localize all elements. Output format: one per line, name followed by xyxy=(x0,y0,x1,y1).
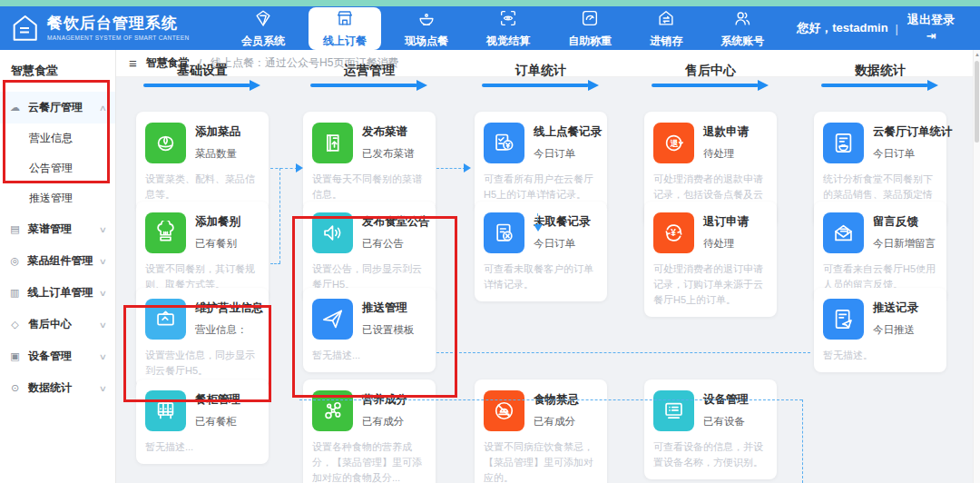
card-description: 设置每天不同餐别的菜谱信息。 xyxy=(312,172,426,202)
column-header-order-stats: 订单统计 xyxy=(475,63,607,79)
nav-item-vision-checkout[interactable]: 视觉结算 xyxy=(472,6,544,50)
nav-item-inventory[interactable]: 进销存 xyxy=(635,6,697,50)
sidebar-item-dish-components[interactable]: ◎菜品组件管理∨ xyxy=(0,245,115,277)
app-subtitle: MANAGEMENT SYSTEM OF SMART CANTEEN xyxy=(47,34,190,41)
card-unsubscribe-requests[interactable]: ¥退订申请待处理可处理消费者的退订申请记录，订购订单来源于云餐厅H5上的订单。 xyxy=(644,202,777,317)
card-title: 添加餐别 xyxy=(195,214,240,230)
logout-button[interactable]: 退出登录 ⇥ xyxy=(906,12,956,44)
card-publish-menu[interactable]: 发布菜谱已发布菜谱设置每天不同餐别的菜谱信息。 xyxy=(303,112,436,212)
card-title: 添加菜品 xyxy=(195,124,240,140)
sidebar-item-online-orders[interactable]: ▥线上订单管理∨ xyxy=(0,277,115,309)
column-header-data-statistics: 数据统计 xyxy=(814,63,946,79)
cloud-icon: ☁ xyxy=(9,102,21,113)
user-greeting: 您好，testadmin xyxy=(797,20,887,36)
svg-text:退: 退 xyxy=(670,139,679,148)
nav-item-member-system[interactable]: 会员系统 xyxy=(227,6,299,50)
card-stat: 今日订单 xyxy=(873,147,953,161)
card-stat: 营业信息： xyxy=(195,323,263,337)
card-stat: 今日订单 xyxy=(534,147,602,161)
paper-plane-icon xyxy=(312,299,353,340)
scrollbar-thumb[interactable] xyxy=(975,61,979,143)
sidebar-subitem-push[interactable]: 推送管理 xyxy=(0,183,115,213)
sidebar-item-label: 线上订单管理 xyxy=(27,285,93,301)
flower-icon xyxy=(145,123,186,163)
nav-item-online-ordering[interactable]: 线上订餐 xyxy=(309,7,381,50)
card-push-management[interactable]: 推送管理已设置模板暂无描述... xyxy=(303,288,436,372)
nav-item-label: 自助称重 xyxy=(568,34,612,49)
users-icon xyxy=(732,8,752,32)
card-stat: 已有餐别 xyxy=(195,237,240,251)
sidebar-item-cloud-restaurant[interactable]: ☁云餐厅管理∧ xyxy=(0,92,115,123)
scrollbar-up-arrow-icon[interactable]: ▲ xyxy=(974,50,980,59)
card-maintain-business-info[interactable]: 维护营业信息营业信息：设置营业信息，同步显示到云餐厅H5。 xyxy=(136,288,269,388)
card-title: 留言反馈 xyxy=(873,214,936,230)
column-header-arrow-icon xyxy=(482,84,589,87)
vertical-scrollbar[interactable]: ▲ xyxy=(973,50,980,483)
sidebar-item-label: 菜谱管理 xyxy=(28,222,93,237)
card-description: 可处理消费者的退订申请记录，订购订单来源于云餐厅H5上的订单。 xyxy=(653,261,768,308)
chevron-down-icon: ∨ xyxy=(99,320,107,330)
sidebar-subitem-business-info[interactable]: 营业信息 xyxy=(0,123,115,153)
card-title: 推送记录 xyxy=(873,301,918,316)
nav-item-label: 会员系统 xyxy=(241,34,285,49)
card-unclaimed-records[interactable]: 未取餐记录今日订单可查看未取餐客户的订单详情记录。 xyxy=(475,202,607,301)
connector-arrow-right-icon xyxy=(296,163,303,172)
sidebar-item-data-stats[interactable]: ⊙数据统计∨ xyxy=(0,372,115,404)
smart-canteen-logo-icon xyxy=(9,13,40,44)
list-icon: ▥ xyxy=(9,287,20,299)
chef-hat-icon xyxy=(145,212,186,253)
card-description: 暂无描述... xyxy=(145,439,260,455)
column-header-operations: 运营管理 xyxy=(303,63,436,79)
sidebar-subitem-announcement[interactable]: 公告管理 xyxy=(0,153,115,183)
nav-item-self-weighing[interactable]: 自助称重 xyxy=(554,6,626,50)
connector-line xyxy=(270,168,298,169)
card-feedback[interactable]: 留言反馈今日新增留言可查看来自云餐厅H5使用人员的留言反馈。 xyxy=(814,202,946,301)
nav-item-system-account[interactable]: 系统账号 xyxy=(706,6,779,50)
card-description: 可查看设备的信息，并设置设备名称，方便识别。 xyxy=(653,439,768,470)
card-description: 暂无描述。 xyxy=(823,348,937,363)
sidebar-item-label: 设备管理 xyxy=(28,349,93,364)
doc-cross-icon xyxy=(484,212,524,253)
column-header-basic-settings: 基础设置 xyxy=(136,63,269,79)
main-area: ≡ 智慧食堂 / 线上点餐：通过公众号H5页面订餐消费 基础设置添加菜品菜品数量… xyxy=(116,50,980,483)
card-publish-announcement[interactable]: 发布食堂公告已有公告设置公告，同步显示到云餐厅H5。 xyxy=(303,202,436,301)
card-stat: 已设置模板 xyxy=(362,323,415,337)
doc-dish-icon xyxy=(823,123,864,163)
card-device-management[interactable]: 设备管理已有设备可查看设备的信息，并设置设备名称，方便识别。 xyxy=(644,380,777,479)
sidebar-item-label: 菜品组件管理 xyxy=(27,253,93,269)
card-add-dish[interactable]: 添加菜品菜品数量设置菜类、配料、菜品信息等。 xyxy=(136,112,269,212)
book-icon: ▤ xyxy=(9,223,21,235)
sidebar-item-label: 云餐厅管理 xyxy=(28,100,93,115)
connector-line xyxy=(299,399,802,400)
column-header-arrow-icon xyxy=(652,84,759,87)
connector-arrow-right-icon xyxy=(464,163,471,172)
card-description: 可查看所有用户在云餐厅H5上的订单详情记录。 xyxy=(484,172,598,202)
sidebar-item-devices[interactable]: ▣设备管理∨ xyxy=(0,340,115,372)
card-add-meal-type[interactable]: 添加餐别已有餐别设置不同餐别，其订餐规则、取餐方式等。 xyxy=(136,202,269,301)
app-window: 餐饮后台管理系统 MANAGEMENT SYSTEM OF SMART CANT… xyxy=(0,0,980,483)
card-push-records[interactable]: 推送记录今日推送暂无描述。 xyxy=(814,288,946,372)
nav-item-onsite-ordering[interactable]: 现场点餐 xyxy=(390,6,463,50)
card-stat: 待处理 xyxy=(703,237,749,251)
card-stat: 待处理 xyxy=(703,147,749,161)
card-online-order-records[interactable]: 线上点餐记录今日订单可查看所有用户在云餐厅H5上的订单详情记录。 xyxy=(475,112,607,212)
sidebar-title: 智慧食堂 xyxy=(0,54,115,92)
card-stat: 今日新增留言 xyxy=(873,237,936,251)
sidebar-item-menu-management[interactable]: ▤菜谱管理∨ xyxy=(0,213,115,245)
order-check-coin-icon xyxy=(484,123,524,163)
connector-line xyxy=(279,168,280,263)
chevron-down-icon: ∨ xyxy=(99,384,107,393)
card-food-taboo[interactable]: 食物禁忌已有成分设置不同病症饮食禁忌，【菜品管理】里可添加对应的。 xyxy=(475,380,607,483)
sidebar-item-label: 数据统计 xyxy=(28,380,93,396)
card-description: 可查看未取餐客户的订单详情记录。 xyxy=(484,261,598,292)
card-description: 设置各种食物的营养成分，【菜品管理】里可添加对应的食物及分... xyxy=(312,439,426,483)
nav-item-label: 线上订餐 xyxy=(323,34,367,49)
card-stat: 今日推送 xyxy=(873,323,918,337)
sidebar-item-after-sales[interactable]: ◇售后中心∨ xyxy=(0,309,115,340)
card-stat: 今日订单 xyxy=(534,237,591,251)
card-nutrition[interactable]: 营养成分已有成分设置各种食物的营养成分，【菜品管理】里可添加对应的食物及分... xyxy=(303,380,436,483)
card-cabinet-management[interactable]: 餐柜管理已有餐柜暂无描述... xyxy=(136,380,269,464)
dish-icon xyxy=(416,8,436,32)
card-description: 设置菜类、配料、菜品信息等。 xyxy=(145,172,260,202)
connector-line xyxy=(436,352,810,353)
